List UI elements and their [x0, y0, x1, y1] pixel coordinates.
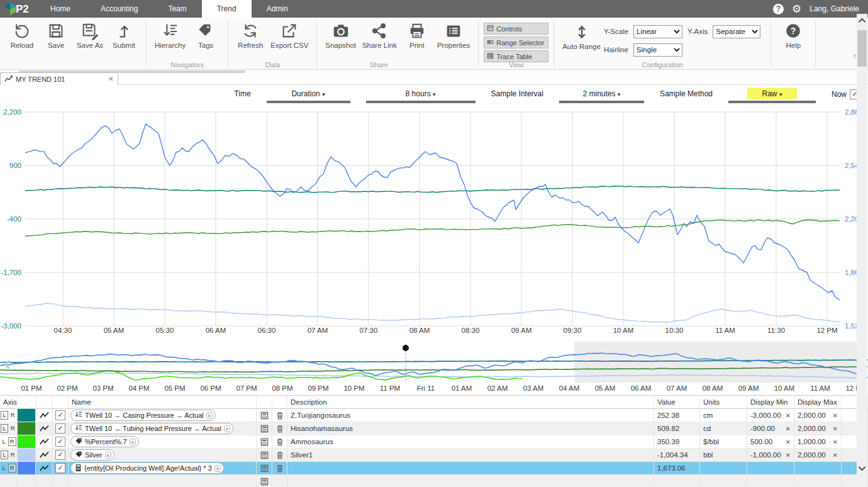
table-header-display-min[interactable]: Display Min [747, 396, 794, 409]
save-button[interactable]: Save [39, 20, 73, 50]
chevron-left-icon[interactable]: ‹ [4, 350, 11, 374]
help-circle-icon[interactable]: ? [773, 4, 784, 14]
line-style-icon[interactable] [36, 435, 53, 449]
close-tab-icon[interactable]: ✕ [108, 75, 114, 83]
y-axis-select[interactable]: Separate [713, 25, 760, 38]
trace-color-swatch[interactable] [18, 462, 36, 475]
clear-max-icon[interactable]: ✕ [833, 439, 838, 445]
nav-tab-team[interactable]: Team [153, 0, 201, 18]
axis-r-toggle[interactable]: R [9, 411, 16, 419]
nav-tab-home[interactable]: Home [35, 0, 86, 18]
visibility-checkbox[interactable]: ✓ [53, 435, 69, 449]
remove-trace-icon[interactable]: x [130, 439, 136, 445]
trace-name-cell[interactable]: TWell 10 → Casing Pressure → Actualx [69, 409, 257, 422]
trace-name-cell[interactable]: {entity[Oil Producing Well]:Age!Actual} … [69, 462, 257, 475]
line-style-icon[interactable] [36, 475, 53, 487]
trace-color-swatch[interactable] [18, 422, 36, 435]
snapshot-button[interactable]: Snapshot [322, 20, 359, 50]
display-max-cell[interactable]: 1,000.00✕ [794, 435, 842, 449]
time-mode-dropdown[interactable]: Duration ▾ [267, 88, 350, 103]
main-trend-chart[interactable]: 2,2002,8819002,541-4002,201-1,7001,861-3… [0, 103, 868, 337]
trace-color-swatch[interactable] [18, 449, 36, 462]
trace-name-pill[interactable]: Silverx [70, 449, 114, 461]
display-min-cell[interactable]: -3,000.00✕ [747, 409, 794, 422]
delete-trace-button[interactable] [272, 422, 287, 435]
sample-method-dropdown[interactable]: Raw ▾ [728, 88, 816, 103]
display-max-cell[interactable] [794, 475, 842, 487]
display-max-cell[interactable]: 2,000.00✕ [794, 409, 842, 422]
display-min-cell[interactable]: -900.00✕ [747, 422, 794, 435]
document-tab[interactable]: MY TREND 101 ✕ [0, 72, 118, 85]
export-csv-button[interactable]: Export CSV [267, 20, 311, 50]
trace-name-cell[interactable]: TWell 10 → Tubing Head Pressure → Actual… [69, 422, 257, 435]
axis-l-toggle[interactable]: L [1, 424, 8, 433]
clear-max-icon[interactable]: ✕ [833, 452, 838, 459]
display-min-cell[interactable] [747, 462, 794, 475]
help-button[interactable]: ? Help [776, 20, 810, 50]
visibility-checkbox[interactable]: ✓ [53, 422, 69, 435]
trace-color-swatch[interactable] [18, 475, 36, 487]
axis-l-toggle[interactable]: L [1, 411, 8, 420]
delete-trace-button[interactable] [272, 435, 287, 449]
clear-min-icon[interactable]: ✕ [786, 452, 791, 459]
duration-dropdown[interactable]: 8 hours ▾ [366, 88, 476, 103]
display-max-cell[interactable]: 2,000.00✕ [794, 422, 842, 435]
axis-l-toggle[interactable]: L [1, 451, 8, 459]
auto-range-button[interactable]: Auto Range [559, 21, 604, 52]
hierarchy-button[interactable]: Hierarchy [152, 20, 189, 50]
clear-min-icon[interactable]: ✕ [786, 412, 791, 419]
visibility-checkbox[interactable] [53, 475, 69, 487]
range-selector-toggle[interactable]: Range Selector [484, 36, 548, 48]
clear-min-icon[interactable]: ✕ [786, 439, 791, 445]
trace-name-cell[interactable] [69, 475, 257, 487]
remove-trace-icon[interactable]: x [224, 425, 230, 432]
axis-l-toggle[interactable]: L [1, 464, 6, 472]
clear-min-icon[interactable]: ✕ [786, 425, 791, 432]
axis-toggle[interactable]: LR [0, 449, 18, 462]
controls-toggle[interactable]: Controls [484, 23, 548, 35]
expression-button[interactable] [257, 475, 272, 487]
axis-r-toggle[interactable]: R [8, 464, 16, 473]
table-header-name[interactable]: Name [69, 396, 257, 409]
hairline-select[interactable]: Single [633, 43, 682, 57]
hairline-handle[interactable] [403, 345, 409, 351]
display-min-cell[interactable] [747, 475, 794, 487]
tags-button[interactable]: Tags [189, 20, 223, 50]
display-max-cell[interactable]: 2,000.00✕ [794, 449, 842, 462]
nav-tab-trend[interactable]: Trend [202, 0, 252, 18]
scrollbar-thumb[interactable] [857, 30, 867, 67]
remove-trace-icon[interactable]: x [105, 452, 111, 459]
axis-l-toggle[interactable]: L [1, 438, 6, 445]
axis-toggle[interactable]: LR [0, 462, 18, 475]
visibility-checkbox[interactable]: ✓ [53, 462, 69, 475]
line-style-icon[interactable] [36, 422, 53, 435]
table-header-value[interactable]: Value [654, 396, 700, 409]
axis-r-toggle[interactable]: R [8, 437, 16, 446]
save-as-button[interactable]: Save As [73, 20, 107, 50]
axis-r-toggle[interactable]: R [9, 425, 16, 432]
range-selector[interactable]: ‹ › 01 PM02 PM03 PM04 PM05 PM06 PM07 PM0… [0, 337, 868, 395]
nav-tab-accounting[interactable]: Accounting [86, 0, 153, 18]
remove-trace-icon[interactable]: x [206, 412, 213, 419]
trace-name-cell[interactable]: %Percent%.7x [69, 435, 257, 449]
trace-color-swatch[interactable] [18, 435, 36, 449]
trace-name-pill[interactable]: {entity[Oil Producing Well]:Age!Actual} … [70, 462, 224, 474]
expression-button[interactable] [257, 449, 272, 462]
clear-max-icon[interactable]: ✕ [833, 412, 838, 419]
remove-trace-icon[interactable]: x [214, 465, 221, 472]
gear-icon[interactable]: ⚙ [792, 4, 801, 14]
delete-trace-button[interactable] [272, 409, 287, 422]
trace-name-cell[interactable]: Silverx [69, 449, 257, 462]
submit-button[interactable]: Submit [107, 20, 141, 50]
clear-max-icon[interactable]: ✕ [833, 425, 838, 432]
reload-button[interactable]: Reload [5, 20, 39, 50]
axis-r-toggle[interactable]: R [9, 451, 16, 459]
table-header-units[interactable]: Units [700, 396, 747, 409]
expression-button[interactable] [257, 435, 272, 449]
y-scale-select[interactable]: Linear [633, 25, 682, 38]
print-button[interactable]: Print [400, 20, 434, 50]
expression-button[interactable] [257, 422, 272, 435]
delete-trace-button[interactable] [272, 475, 287, 487]
table-header-display-max[interactable]: Display Max [794, 396, 842, 409]
range-selection-region[interactable] [574, 342, 864, 383]
